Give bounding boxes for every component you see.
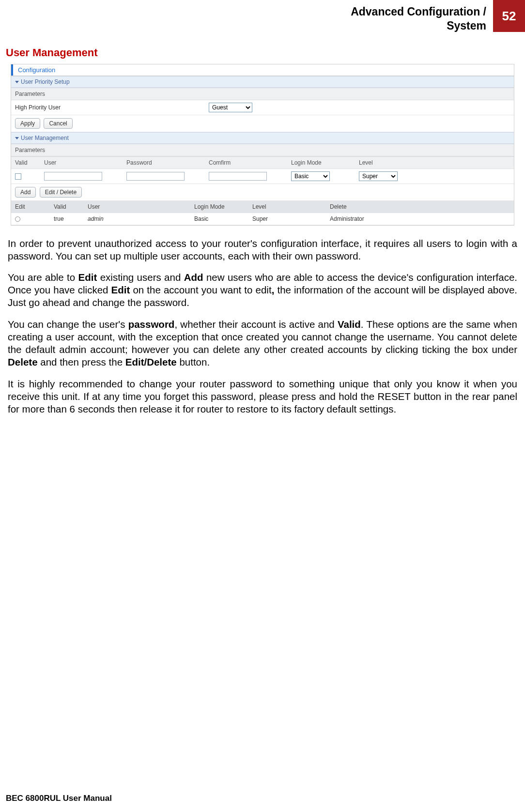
level-select[interactable]: Super	[359, 171, 398, 181]
paragraph-2: You are able to Edit existing users and …	[8, 271, 517, 309]
section-header-label: User Management	[21, 135, 69, 141]
col-valid: Valid	[11, 156, 40, 169]
col-edit: Edit	[11, 201, 50, 213]
apply-button[interactable]: Apply	[15, 118, 40, 129]
confirm-input[interactable]	[209, 172, 267, 181]
cell-user: admin	[84, 213, 190, 225]
breadcrumb: Advanced Configuration / System	[351, 0, 493, 33]
input-row: Basic Super	[11, 169, 514, 184]
chevron-down-icon	[15, 137, 19, 139]
tab-row: Configuration	[11, 64, 514, 76]
breadcrumb-line2: System	[351, 19, 486, 33]
cell-valid: true	[50, 213, 84, 225]
text-run: You can change the user's	[8, 319, 128, 330]
bold-edit: Edit	[78, 272, 97, 283]
col-confirm: Comfirm	[205, 156, 287, 169]
high-priority-user-row: High Priority User Guest	[11, 100, 514, 115]
paragraph-1: In order to prevent unauthorized access …	[8, 237, 517, 262]
password-input[interactable]	[126, 172, 185, 181]
high-priority-user-select[interactable]: Guest	[209, 103, 252, 112]
text-run: You are able to	[8, 272, 78, 283]
user-input-table: Valid User Password Comfirm Login Mode L…	[11, 156, 514, 184]
section-header-label: User Priority Setup	[21, 78, 70, 85]
section-user-management[interactable]: User Management	[11, 132, 514, 144]
login-mode-select[interactable]: Basic	[291, 171, 330, 181]
user-list-table: Edit Valid User Login Mode Level Delete …	[11, 201, 514, 225]
text-run: and then press the	[38, 356, 125, 368]
page-header: Advanced Configuration / System 52	[0, 0, 525, 33]
cell-level: Super	[248, 213, 326, 225]
col-user: User	[40, 156, 123, 169]
priority-button-row: Apply Cancel	[11, 115, 514, 132]
col-user: User	[84, 201, 190, 213]
parameters-label: Parameters	[11, 88, 514, 100]
section-title: User Management	[6, 46, 519, 59]
add-button[interactable]: Add	[15, 187, 36, 198]
col-login-mode: Login Mode	[190, 201, 248, 213]
parameters-label: Parameters	[11, 144, 514, 156]
text-run: button.	[177, 356, 210, 368]
page-number: 52	[493, 0, 525, 32]
valid-checkbox[interactable]	[15, 173, 21, 180]
bold-edit: Edit	[111, 284, 130, 295]
config-screenshot: Configuration User Priority Setup Parame…	[11, 64, 514, 226]
edit-delete-button[interactable]: Edit / Delete	[40, 187, 82, 198]
bold-edit-delete: Edit/Delete	[125, 356, 177, 368]
footer: BEC 6800RUL User Manual	[6, 794, 112, 803]
col-login-mode: Login Mode	[287, 156, 355, 169]
cancel-button[interactable]: Cancel	[44, 118, 72, 129]
table-row: true admin Basic Super Administrator	[11, 213, 514, 225]
cell-login-mode: Basic	[190, 213, 248, 225]
bold-delete: Delete	[8, 356, 38, 368]
section-user-priority[interactable]: User Priority Setup	[11, 76, 514, 88]
bold-password: password	[128, 319, 175, 330]
edit-radio[interactable]	[15, 216, 20, 222]
text-run: , whether their account is active and	[174, 319, 338, 330]
input-header-row: Valid User Password Comfirm Login Mode L…	[11, 156, 514, 169]
paragraph-4: It is highly recommended to change your …	[8, 378, 517, 416]
bold-add: Add	[184, 272, 203, 283]
breadcrumb-line1: Advanced Configuration /	[351, 5, 486, 19]
bold-valid: Valid	[338, 319, 361, 330]
usermgmt-button-row: Add Edit / Delete	[11, 184, 514, 201]
chevron-down-icon	[15, 81, 19, 83]
text-run: on the account you want to edit	[130, 284, 271, 295]
col-password: Password	[123, 156, 205, 169]
col-valid: Valid	[50, 201, 84, 213]
text-run: existing users and	[97, 272, 184, 283]
col-delete: Delete	[326, 201, 514, 213]
cell-delete: Administrator	[326, 213, 514, 225]
user-input[interactable]	[44, 172, 102, 181]
high-priority-user-label: High Priority User	[15, 104, 209, 111]
col-level: Level	[355, 156, 514, 169]
tab-configuration[interactable]: Configuration	[11, 64, 60, 76]
list-header-row: Edit Valid User Login Mode Level Delete	[11, 201, 514, 213]
paragraph-3: You can change the user's password, whet…	[8, 318, 517, 369]
col-level: Level	[248, 201, 326, 213]
